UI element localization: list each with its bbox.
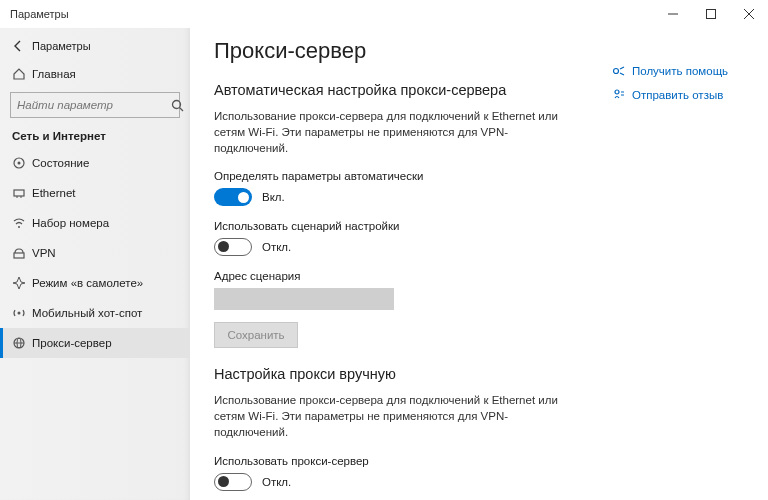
nav-proxy[interactable]: Прокси-сервер [0, 328, 190, 358]
sidebar: Параметры Главная Сеть и Интернет Состоя… [0, 28, 190, 500]
titlebar: Параметры [0, 0, 768, 28]
home-nav[interactable]: Главная [0, 62, 190, 86]
feedback-link[interactable]: Отправить отзыв [612, 88, 752, 102]
dialup-icon [12, 216, 32, 230]
use-proxy-label: Использовать прокси-сервер [214, 455, 752, 467]
nav-label: Прокси-сервер [32, 337, 112, 349]
nav-vpn[interactable]: VPN [0, 238, 190, 268]
svg-line-5 [180, 107, 184, 111]
svg-rect-8 [14, 190, 24, 196]
use-proxy-toggle[interactable] [214, 473, 252, 491]
nav-label: Ethernet [32, 187, 75, 199]
back-button[interactable] [12, 39, 32, 53]
help-label: Получить помощь [632, 65, 728, 77]
help-icon [612, 64, 626, 78]
search-input[interactable] [11, 93, 171, 117]
page-title: Прокси-сервер [214, 38, 752, 64]
nav-status[interactable]: Состояние [0, 148, 190, 178]
help-link[interactable]: Получить помощь [612, 64, 752, 78]
feedback-label: Отправить отзыв [632, 89, 723, 101]
script-state: Откл. [262, 241, 291, 253]
settings-header: Параметры [32, 40, 91, 52]
detect-label: Определять параметры автоматически [214, 170, 752, 182]
vpn-icon [12, 246, 32, 260]
svg-point-13 [18, 312, 21, 315]
main-content: Прокси-сервер Автоматическая настройка п… [190, 28, 768, 500]
svg-point-18 [615, 90, 619, 94]
nav-label: VPN [32, 247, 56, 259]
maximize-button[interactable] [692, 0, 730, 28]
nav-airplane[interactable]: Режим «в самолете» [0, 268, 190, 298]
nav-label: Состояние [32, 157, 89, 169]
window-title: Параметры [10, 8, 69, 20]
nav-label: Режим «в самолете» [32, 277, 143, 289]
nav-label: Мобильный хот-спот [32, 307, 142, 319]
script-toggle[interactable] [214, 238, 252, 256]
category-label: Сеть и Интернет [12, 130, 190, 142]
aside-links: Получить помощь Отправить отзыв [612, 64, 752, 112]
script-addr-label: Адрес сценария [214, 270, 752, 282]
svg-rect-12 [14, 253, 24, 258]
script-label: Использовать сценарий настройки [214, 220, 752, 232]
save-button[interactable]: Сохранить [214, 322, 298, 348]
manual-section-heading: Настройка прокси вручную [214, 366, 752, 382]
svg-point-4 [173, 100, 181, 108]
detect-state: Вкл. [262, 191, 285, 203]
proxy-icon [12, 336, 32, 350]
svg-point-17 [614, 69, 619, 74]
status-icon [12, 156, 32, 170]
svg-rect-1 [707, 10, 716, 19]
home-label: Главная [32, 68, 76, 80]
save-label: Сохранить [227, 329, 284, 341]
feedback-icon [612, 88, 626, 102]
manual-section-desc: Использование прокси-сервера для подключ… [214, 392, 574, 440]
script-addr-input[interactable] [214, 288, 394, 310]
nav-hotspot[interactable]: Мобильный хот-спот [0, 298, 190, 328]
nav-dialup[interactable]: Набор номера [0, 208, 190, 238]
minimize-button[interactable] [654, 0, 692, 28]
nav-ethernet[interactable]: Ethernet [0, 178, 190, 208]
ethernet-icon [12, 186, 32, 200]
search-icon [171, 99, 184, 112]
detect-toggle[interactable] [214, 188, 252, 206]
search-box[interactable] [10, 92, 180, 118]
close-button[interactable] [730, 0, 768, 28]
auto-section-desc: Использование прокси-сервера для подключ… [214, 108, 574, 156]
svg-point-7 [18, 162, 21, 165]
nav-label: Набор номера [32, 217, 109, 229]
home-icon [12, 67, 32, 81]
svg-point-11 [18, 226, 20, 228]
airplane-icon [12, 276, 32, 290]
hotspot-icon [12, 306, 32, 320]
use-proxy-state: Откл. [262, 476, 291, 488]
